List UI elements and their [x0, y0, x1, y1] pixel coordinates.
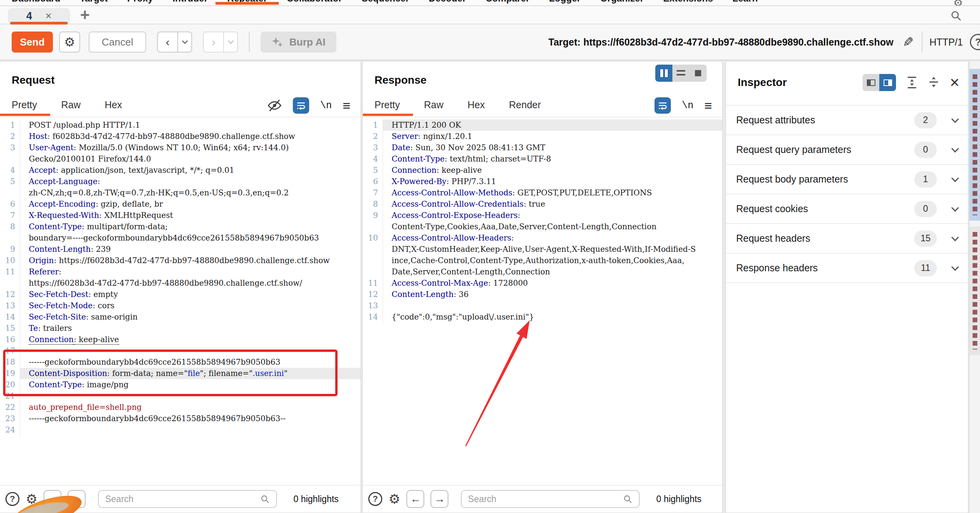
- editor-line[interactable]: 13Sec-Fetch-Mode: cors: [0, 300, 360, 311]
- editor-line[interactable]: 8Content-Type: multipart/form-data;: [0, 221, 360, 232]
- menu-item-repeater[interactable]: Repeater: [227, 0, 267, 6]
- inspector-section-request-body-parameters[interactable]: Request body parameters1: [726, 165, 968, 194]
- editor-line[interactable]: 11Referer:: [0, 266, 360, 278]
- dock-right-button[interactable]: [879, 74, 896, 91]
- menu-item-target[interactable]: Target: [80, 0, 108, 6]
- search-input[interactable]: [468, 494, 623, 504]
- expand-all-icon[interactable]: [906, 76, 918, 89]
- editor-line[interactable]: 11Access-Control-Max-Age: 1728000: [363, 278, 722, 289]
- settings-gear-icon[interactable]: ⚙: [953, 0, 963, 6]
- editor-menu-icon[interactable]: ≡: [343, 98, 350, 113]
- menu-item-logger[interactable]: Logger: [549, 0, 581, 6]
- edit-target-pencil-icon[interactable]: ✎: [903, 34, 914, 50]
- menu-item-collaborator[interactable]: Collaborator: [287, 0, 342, 6]
- editor-line[interactable]: 6Accept-Encoding: gzip, deflate, br: [0, 199, 360, 210]
- docked-tab-active[interactable]: [970, 69, 980, 221]
- inspector-section-request-query-parameters[interactable]: Request query parameters0: [726, 135, 968, 165]
- docked-panel-strip[interactable]: [969, 61, 980, 513]
- show-newlines-icon[interactable]: \n: [682, 100, 693, 111]
- editor-line[interactable]: 22auto_prepend_file=shell.png: [0, 402, 360, 413]
- editor-line[interactable]: Content-Type,Cookies,Aaa,Date,Server,Con…: [363, 221, 722, 232]
- request-editor[interactable]: 1POST /upload.php HTTP/1.12Host: f6028b3…: [0, 118, 360, 485]
- editor-line[interactable]: 9Access-Control-Expose-Headers:: [363, 210, 722, 221]
- help-icon[interactable]: ?: [368, 492, 382, 506]
- menu-item-organizer[interactable]: Organizer: [600, 0, 644, 6]
- editor-line[interactable]: 14{"code":0,"msg":"upload\/.user.ini"}: [363, 311, 722, 323]
- dock-left-button[interactable]: [863, 74, 879, 91]
- tab-render[interactable]: Render: [509, 99, 541, 116]
- http-version-selector[interactable]: HTTP/1: [929, 37, 963, 48]
- editor-line[interactable]: ince,Cache-Control,Content-Type,Authoriz…: [363, 255, 722, 266]
- inspector-section-request-headers[interactable]: Request headers15: [726, 224, 968, 253]
- tab-pretty[interactable]: Pretty: [12, 99, 37, 116]
- editor-line[interactable]: 7Access-Control-Allow-Methods: GET,POST,…: [363, 187, 722, 199]
- editor-line[interactable]: 7X-Requested-With: XMLHttpRequest: [0, 210, 360, 221]
- editor-line[interactable]: 4Content-Type: text/html; charset=UTF-8: [363, 153, 722, 165]
- inspector-section-request-attributes[interactable]: Request attributes2: [726, 105, 968, 135]
- forward-dropdown-button[interactable]: [223, 32, 237, 52]
- editor-line[interactable]: 2Server: nginx/1.20.1: [363, 131, 722, 142]
- editor-line[interactable]: Gecko/20100101 Firefox/144.0: [0, 153, 360, 165]
- editor-line[interactable]: 21: [0, 390, 360, 402]
- menu-item-comparer[interactable]: Comparer: [485, 0, 529, 6]
- cancel-button[interactable]: Cancel: [89, 32, 146, 53]
- editor-line[interactable]: 5Connection: keep-alive: [363, 165, 722, 176]
- editor-line[interactable]: 2Host: f6028b3d-47d2-477d-bb97-48880dbe9…: [0, 131, 360, 142]
- tab-hex[interactable]: Hex: [467, 99, 485, 116]
- hide-nonprintable-icon[interactable]: [267, 98, 282, 113]
- editor-line[interactable]: 5Accept-Language:: [0, 176, 360, 187]
- editor-line[interactable]: 8Access-Control-Allow-Credentials: true: [363, 199, 722, 210]
- back-dropdown-button[interactable]: [177, 32, 191, 52]
- previous-match-button[interactable]: ←: [406, 490, 424, 508]
- word-wrap-icon[interactable]: [654, 97, 671, 114]
- editor-line[interactable]: 18------geckoformboundarybb4dc69cce26155…: [0, 357, 360, 368]
- tab-pretty[interactable]: Pretty: [374, 99, 400, 116]
- editor-line[interactable]: 19Content-Disposition: form-data; name="…: [0, 368, 360, 379]
- editor-line[interactable]: 17: [0, 345, 360, 357]
- send-settings-button[interactable]: ⚙: [59, 32, 80, 53]
- next-match-button[interactable]: →: [430, 490, 448, 508]
- editor-line[interactable]: 13: [363, 300, 722, 311]
- editor-line[interactable]: Date,Server,Content-Length,Connection: [363, 266, 722, 278]
- inspector-section-request-cookies[interactable]: Request cookies0: [726, 194, 968, 224]
- editor-line[interactable]: boundary=----geckoformboundarybb4dc69cce…: [0, 232, 360, 244]
- editor-line[interactable]: 3Date: Sun, 30 Nov 2025 08:41:13 GMT: [363, 142, 722, 153]
- tab-raw[interactable]: Raw: [424, 99, 443, 116]
- editor-line[interactable]: 1HTTP/1.1 200 OK: [363, 119, 722, 131]
- word-wrap-icon[interactable]: [293, 97, 309, 114]
- tab-close-icon[interactable]: ×: [46, 10, 52, 22]
- editor-line[interactable]: 9Content-Length: 239: [0, 244, 360, 255]
- response-editor[interactable]: 1HTTP/1.1 200 OK2Server: nginx/1.20.13Da…: [363, 118, 722, 485]
- repeater-tab-4[interactable]: 4 ×: [8, 8, 70, 24]
- search-input[interactable]: [105, 494, 260, 504]
- send-button[interactable]: Send: [12, 32, 53, 53]
- close-icon[interactable]: ×: [950, 74, 959, 91]
- search-icon[interactable]: [950, 9, 962, 22]
- editor-line[interactable]: DNT,X-CustomHeader,Keep-Alive,User-Agent…: [363, 244, 722, 255]
- menu-item-sequencer[interactable]: Sequencer: [362, 0, 410, 6]
- menu-item-learn[interactable]: Learn: [732, 0, 758, 6]
- inspector-section-response-headers[interactable]: Response headers11: [726, 253, 968, 283]
- editor-line[interactable]: 23------geckoformboundarybb4dc69cce26155…: [0, 413, 360, 424]
- menu-item-intruder[interactable]: Intruder: [173, 0, 208, 6]
- editor-line[interactable]: zh-CN,zh;q=0.8,zh-TW;q=0.7,zh-HK;q=0.5,e…: [0, 187, 360, 199]
- collapse-all-icon[interactable]: [928, 76, 940, 89]
- editor-line[interactable]: https://f6028b3d-47d2-477d-bb97-48880dbe…: [0, 278, 360, 289]
- editor-line[interactable]: 4Accept: application/json, text/javascri…: [0, 165, 360, 176]
- editor-line[interactable]: 14Sec-Fetch-Site: same-origin: [0, 311, 360, 323]
- editor-line[interactable]: 12Content-Length: 36: [363, 289, 722, 300]
- menu-item-extensions[interactable]: Extensions: [663, 0, 713, 6]
- tab-raw[interactable]: Raw: [61, 99, 80, 116]
- editor-line[interactable]: 10Origin: https://f6028b3d-47d2-477d-bb9…: [0, 255, 360, 266]
- editor-line[interactable]: 1POST /upload.php HTTP/1.1: [0, 119, 360, 131]
- back-button[interactable]: ‹: [158, 32, 177, 52]
- help-icon[interactable]: ?: [970, 34, 980, 50]
- menu-item-decoder[interactable]: Decoder: [429, 0, 466, 6]
- burp-ai-button[interactable]: Burp AI: [261, 32, 336, 53]
- search-settings-gear-icon[interactable]: ⚙: [388, 491, 400, 507]
- editor-menu-icon[interactable]: ≡: [704, 98, 712, 113]
- editor-line[interactable]: 16Connection: keep-alive: [0, 334, 360, 345]
- forward-button[interactable]: ›: [204, 32, 223, 52]
- editor-line[interactable]: 6X-Powered-By: PHP/7.3.11: [363, 176, 722, 187]
- editor-line[interactable]: 15Te: trailers: [0, 323, 360, 334]
